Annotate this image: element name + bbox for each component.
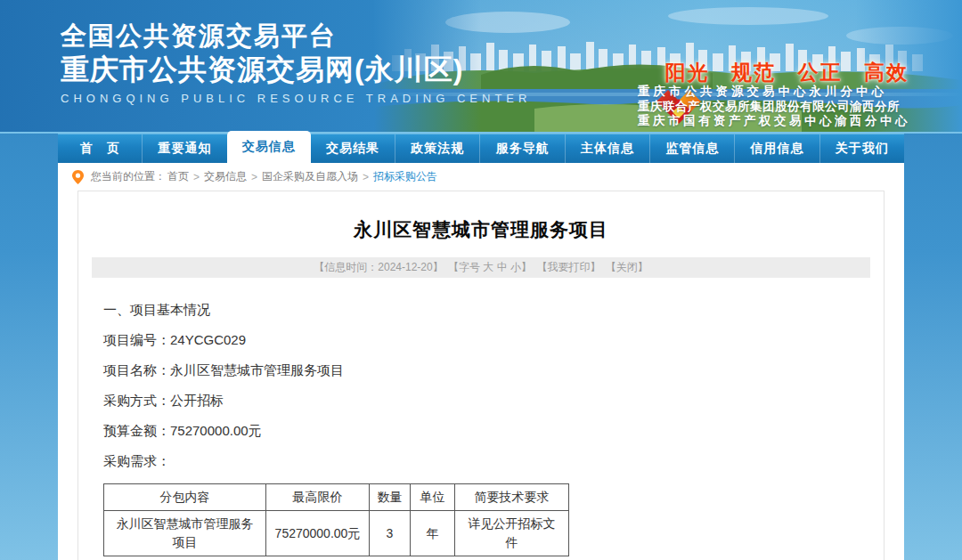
nav-item-supervision-info[interactable]: 监管信息 (649, 134, 734, 163)
nav-item-entity-info[interactable]: 主体信息 (565, 134, 649, 163)
nav-item-service-guide[interactable]: 服务导航 (479, 134, 564, 163)
breadcrumb-prefix: 您当前的位置： (91, 169, 166, 184)
breadcrumb-home[interactable]: 首页 (167, 169, 189, 184)
article-box: 永川区智慧城市管理服务项目 【信息时间：2024-12-20】 【字号 大 中 … (77, 191, 885, 560)
nav-item-home[interactable]: 首 页 (58, 134, 142, 163)
section1-heading: 一、项目基本情况 (103, 302, 859, 317)
site-title-english: CHONGQING PUBLIC RESOURCE TRADING CENTER (61, 92, 531, 105)
info-time-label: 【信息时间：2024-12-20】 (314, 261, 443, 273)
nav-item-credit-info[interactable]: 信用信息 (734, 134, 819, 163)
cell-package-content: 永川区智慧城市管理服务项目 (104, 511, 266, 556)
org-names-block: 重庆市公共资源交易中心永川分中心 重庆联合产权交易所集团股份有限公司渝西分所 重… (638, 85, 910, 129)
site-banner: 全国公共资源交易平台 重庆市公共资源交易网(永川区) CHONGQING PUB… (0, 0, 962, 134)
cell-tech-requirements: 详见公开招标文件 (455, 511, 569, 556)
nav-item-trade-info[interactable]: 交易信息 (227, 131, 311, 163)
location-pin-icon (72, 170, 84, 184)
cell-unit: 年 (411, 511, 455, 556)
breadcrumb-soe-procurement[interactable]: 国企采购及自愿入场 (262, 169, 358, 184)
close-button[interactable]: 【关闭】 (606, 261, 648, 273)
header-package-content: 分包内容 (104, 484, 266, 511)
nav-item-policies[interactable]: 政策法规 (395, 134, 479, 163)
procurement-demand-line: 采购需求： (103, 453, 859, 468)
procurement-table: 分包内容 最高限价 数量 单位 简要技术要求 永川区智慧城市管理服务项目 752… (103, 483, 569, 556)
procurement-method-line: 采购方式：公开招标 (103, 393, 859, 408)
header-quantity: 数量 (370, 484, 411, 511)
print-button[interactable]: 【我要打印】 (536, 261, 600, 273)
header-unit: 单位 (411, 484, 455, 511)
article-title: 永川区智慧城市管理服务项目 (78, 191, 884, 242)
breadcrumb-separator: > (251, 171, 257, 183)
slogan-efficiency: 高效 (864, 61, 909, 84)
font-size-controls[interactable]: 【字号 大 中 小】 (448, 261, 532, 273)
cell-max-price: 75270000.00元 (266, 511, 370, 556)
article-meta-bar: 【信息时间：2024-12-20】 【字号 大 中 小】 【我要打印】 【关闭】 (92, 257, 870, 278)
site-title-line1: 全国公共资源交易平台 (61, 20, 531, 52)
nav-item-important-notice[interactable]: 重要通知 (142, 134, 226, 163)
header-max-price: 最高限价 (266, 484, 370, 511)
project-number-line: 项目编号：24YCGC029 (103, 332, 859, 347)
article-body: 一、项目基本情况 项目编号：24YCGC029 项目名称：永川区智慧城市管理服务… (78, 278, 884, 560)
site-title-block: 全国公共资源交易平台 重庆市公共资源交易网(永川区) CHONGQING PUB… (61, 20, 531, 105)
site-title-line2: 重庆市公共资源交易网(永川区) (61, 52, 531, 87)
content-area: 您当前的位置： 首页 > 交易信息 > 国企采购及自愿入场 > 招标采购公告 永… (58, 163, 904, 560)
org-name-line1: 重庆市公共资源交易中心永川分中心 (638, 85, 910, 100)
table-header-row: 分包内容 最高限价 数量 单位 简要技术要求 (104, 484, 569, 511)
slogan-fairness: 公正 (798, 61, 843, 84)
cell-quantity: 3 (370, 511, 411, 556)
slogan-sunshine: 阳光 (665, 61, 710, 84)
nav-item-trade-results[interactable]: 交易结果 (311, 134, 395, 163)
org-name-line3: 重庆市国有资产产权交易中心渝西分中心 (638, 114, 910, 129)
header-tech-requirements: 简要技术要求 (455, 484, 569, 511)
slogan-block: 阳光 规范 公正 高效 (648, 59, 909, 86)
breadcrumb-separator: > (363, 171, 369, 183)
slogan-standard: 规范 (731, 61, 776, 84)
breadcrumb-separator: > (193, 171, 200, 183)
table-row: 永川区智慧城市管理服务项目 75270000.00元 3 年 详见公开招标文件 (104, 511, 569, 556)
breadcrumb-trade-info[interactable]: 交易信息 (204, 169, 247, 184)
page-column: 首 页 重要通知 交易信息 交易结果 政策法规 服务导航 主体信息 监管信息 信… (58, 134, 904, 560)
project-name-line: 项目名称：永川区智慧城市管理服务项目 (103, 362, 859, 377)
breadcrumb: 您当前的位置： 首页 > 交易信息 > 国企采购及自愿入场 > 招标采购公告 (58, 163, 904, 191)
nav-item-about-us[interactable]: 关于我们 (819, 134, 904, 163)
breadcrumb-current-announcements[interactable]: 招标采购公告 (373, 169, 437, 184)
org-name-line2: 重庆联合产权交易所集团股份有限公司渝西分所 (638, 100, 910, 115)
main-navbar: 首 页 重要通知 交易信息 交易结果 政策法规 服务导航 主体信息 监管信息 信… (58, 134, 904, 163)
budget-amount-line: 预算金额：75270000.00元 (103, 423, 859, 438)
